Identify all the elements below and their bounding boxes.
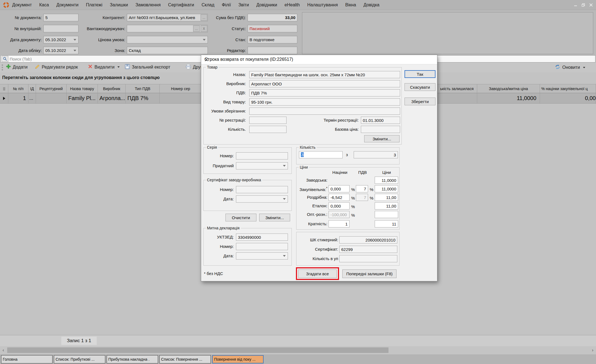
tab-incoming-list[interactable]: Список: Прибуткові ... <box>54 355 105 363</box>
cert-date-select[interactable] <box>236 195 288 203</box>
dialog-close-icon[interactable] <box>204 57 209 62</box>
refresh-dropdown-icon[interactable] <box>583 67 585 68</box>
series-valid-select[interactable] <box>236 162 288 169</box>
row-cell-factory-price[interactable]: 11,0000 <box>477 93 540 104</box>
series-number-input[interactable] <box>236 152 288 159</box>
zone-input[interactable] <box>127 47 208 54</box>
cert-date-chevron-icon[interactable] <box>283 198 286 200</box>
print-button[interactable]: Друк <box>186 64 203 70</box>
product-qty-input[interactable] <box>249 126 287 133</box>
customs-date-chevron-icon[interactable] <box>283 255 286 257</box>
cert-clear-button[interactable]: Очистити <box>225 214 256 221</box>
horizontal-scrollbar[interactable]: ‹ › <box>0 347 596 354</box>
column-header-name[interactable]: Назва товару <box>67 84 98 93</box>
tab-home[interactable]: Головна <box>1 355 52 363</box>
product-vat-input[interactable] <box>249 89 400 96</box>
dialog-title-bar[interactable]: Строка возврата от покупателя (ID:226517… <box>201 55 437 64</box>
save-button[interactable]: Зберегти <box>405 98 435 105</box>
menu-item-ehealth[interactable]: eHealth <box>285 2 300 7</box>
etalon-price-input[interactable] <box>375 202 398 210</box>
row-cell-markup[interactable]: 0,00 <box>540 93 596 104</box>
row-cell-serial[interactable] <box>160 93 202 104</box>
factory-price-input[interactable] <box>375 177 398 184</box>
add-button[interactable]: Додати <box>6 64 28 70</box>
row-cell-receptur[interactable] <box>36 93 67 104</box>
cert-number-input[interactable] <box>236 186 288 193</box>
column-header-markup[interactable]: % націнки закупівельної ц <box>540 84 596 93</box>
account-date-chevron-icon[interactable] <box>73 50 76 51</box>
menu-item-warehouse[interactable]: Склад <box>201 2 214 7</box>
minimize-button[interactable] <box>572 2 579 7</box>
customs-date-select[interactable] <box>236 252 288 260</box>
column-header-id[interactable]: ІД <box>28 84 36 93</box>
menu-item-documents[interactable]: Документи <box>56 2 78 7</box>
export-button[interactable]: Загальний експорт <box>125 64 170 70</box>
delete-button[interactable]: Видалити <box>88 64 120 70</box>
doc-number-input[interactable] <box>43 14 78 21</box>
product-kind-input[interactable] <box>249 98 400 106</box>
menu-item-help[interactable]: Довідка <box>364 2 380 7</box>
customs-number-input[interactable] <box>236 243 288 250</box>
menu-item-orders[interactable]: Замовлення <box>135 2 161 7</box>
base-price-input[interactable] <box>361 126 400 133</box>
tab-returns-list[interactable]: Список: Повернення ... <box>159 355 211 363</box>
product-name-input[interactable] <box>249 71 400 78</box>
pack-qty-input[interactable] <box>339 255 397 262</box>
multiplicity-input[interactable] <box>329 220 350 227</box>
purchase-markup-input[interactable] <box>329 185 350 192</box>
contractor-input[interactable] <box>127 14 208 21</box>
menu-item-settings[interactable]: Налаштування <box>307 2 338 7</box>
etalon-markup-input[interactable] <box>329 202 350 210</box>
ok-button[interactable]: Так <box>405 70 435 78</box>
cert-change-button[interactable]: Змінити... <box>259 214 290 221</box>
series-valid-chevron-icon[interactable] <box>283 165 286 167</box>
product-change-button[interactable]: Змінити... <box>364 135 400 142</box>
menu-item-branches[interactable]: Філії <box>222 2 231 7</box>
refresh-button[interactable]: Оновити <box>555 64 585 71</box>
row-cell-id[interactable]: ... <box>28 93 36 104</box>
menu-item-kasa[interactable]: Каса <box>39 2 49 7</box>
quantity-input[interactable]: 3 <box>299 151 343 158</box>
edit-row-button[interactable]: Редагувати рядок <box>35 64 78 70</box>
retail-markup-input[interactable] <box>329 194 350 201</box>
reg-number-input[interactable] <box>249 117 287 124</box>
row-cell-producer[interactable]: Агропла... <box>98 93 126 104</box>
menu-item-directories[interactable]: Довідники <box>256 2 277 7</box>
opt-price-input[interactable] <box>375 211 398 218</box>
menu-item-windows[interactable]: Вікна <box>345 2 356 7</box>
purchase-price-input[interactable] <box>375 185 398 192</box>
menu-item-reports[interactable]: Звіти <box>238 2 249 7</box>
doc-date-chevron-icon[interactable] <box>73 39 76 41</box>
previous-stock-button[interactable]: Попередні залишки (F8) <box>342 269 397 278</box>
column-header-num[interactable]: № п/п <box>8 84 28 93</box>
column-header-factory-price[interactable]: Заводська/митна ціна <box>477 84 540 93</box>
menu-item-certificates[interactable]: Сертифікати <box>168 2 194 7</box>
column-header-receptur[interactable]: Рецептурний <box>36 84 67 93</box>
uktzed-input[interactable] <box>236 234 288 241</box>
scrollbar-thumb[interactable] <box>7 347 388 353</box>
row-cell-name[interactable]: Family Pl... <box>67 93 98 104</box>
doc-date-input[interactable] <box>43 36 78 43</box>
column-header-producer[interactable]: Виробник <box>98 84 126 93</box>
delete-dropdown-icon[interactable] <box>117 66 120 68</box>
menu-item-payments[interactable]: Платежі <box>86 2 103 7</box>
storage-conditions-input[interactable] <box>249 108 400 115</box>
row-cell-vat[interactable]: ПДВ 7% <box>126 93 160 104</box>
column-header-vat[interactable]: Тип ПДВ <box>126 84 160 93</box>
internal-number-input[interactable] <box>43 25 78 32</box>
menu-item-document[interactable]: Документ <box>12 2 32 7</box>
retail-price-input[interactable] <box>375 194 398 201</box>
price-condition-select[interactable] <box>127 36 208 43</box>
column-header-serial[interactable]: Номер сер <box>160 84 202 93</box>
purchase-vat-input[interactable] <box>356 185 368 192</box>
menu-item-stock[interactable]: Залишки <box>110 2 128 7</box>
product-producer-input[interactable] <box>249 80 400 87</box>
account-date-input[interactable] <box>43 47 78 54</box>
row-cell-num[interactable]: 1 <box>8 93 28 104</box>
sticker-cert-input[interactable] <box>339 246 397 253</box>
restore-button[interactable] <box>580 2 587 7</box>
cancel-button[interactable]: Скасувати <box>405 83 435 91</box>
reg-term-input[interactable] <box>361 117 400 124</box>
close-window-button[interactable] <box>588 2 594 7</box>
multiplicity-price-input[interactable] <box>375 220 398 227</box>
